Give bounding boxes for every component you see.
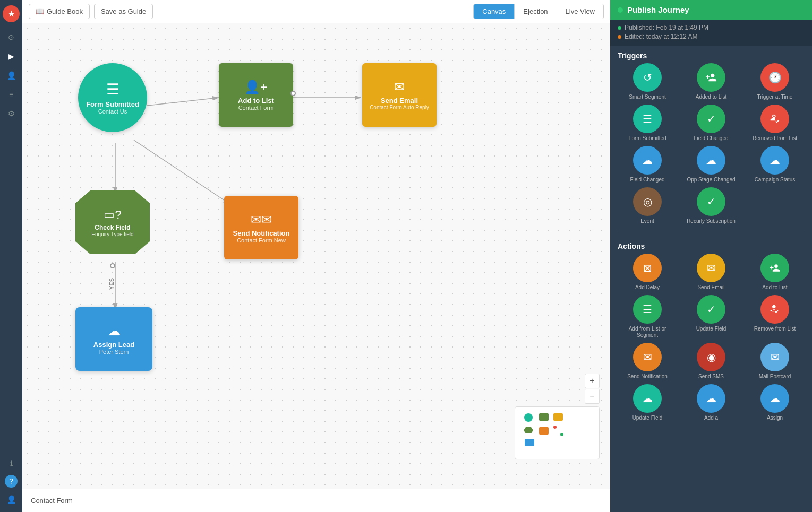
svg-rect-8 [553, 413, 563, 421]
add-to-list-icon: 👤+ [244, 80, 268, 94]
add-from-list-icon: ☰ [633, 295, 662, 324]
campaign-status-label: Campaign Status [755, 177, 796, 183]
trigger-field-changed-crm[interactable]: ☁ Field Changed [618, 146, 677, 183]
zoom-out-button[interactable]: − [585, 389, 600, 404]
nav-contacts[interactable]: 👤 [4, 68, 19, 83]
app-logo[interactable]: ★ [3, 5, 20, 22]
update-field-label: Update Field [696, 326, 726, 332]
action-remove-from-list[interactable]: Remove from List [745, 295, 805, 339]
tab-canvas[interactable]: Canvas [474, 4, 515, 19]
trigger-field-changed[interactable]: ✓ Field Changed [681, 105, 741, 142]
status-dot-edited [618, 35, 621, 39]
zoom-in-button[interactable]: + [585, 374, 600, 388]
node-send-notification[interactable]: ✉✉ Send Notification Contact Form New [224, 196, 298, 259]
nav-info[interactable]: ℹ [4, 456, 19, 471]
tab-ejection[interactable]: Ejection [515, 4, 557, 19]
conn-dot-check-field [110, 263, 115, 268]
mail-postcard-label: Mail Postcard [759, 374, 791, 380]
trigger-form-submitted[interactable]: ☰ Form Submitted [618, 105, 677, 142]
publish-dot [618, 7, 623, 13]
removed-from-list-label: Removed from List [753, 135, 797, 142]
tab-live-view[interactable]: Live View [557, 4, 603, 19]
publish-title[interactable]: Publish Journey [627, 5, 689, 14]
svg-point-13 [560, 433, 563, 436]
node-send-email[interactable]: ✉ Send Email Contact Form Auto Reply [362, 63, 437, 127]
main-content: 📖 Guide Book Save as Guide Canvas Ejecti… [22, 0, 610, 512]
trigger-added-to-list[interactable]: Added to List [681, 63, 741, 100]
nav-settings[interactable]: ⚙ [4, 106, 19, 121]
send-sms-label: Send SMS [698, 374, 724, 380]
trigger-recurly[interactable]: ✓ Recurly Subscription [681, 187, 741, 224]
action-add-a[interactable]: ☁ Add a [681, 384, 741, 421]
node-assign-lead[interactable]: ☁ Assign Lead Peter Stern [75, 307, 152, 371]
action-add-delay[interactable]: ⊠ Add Delay [618, 254, 677, 291]
view-tabs: Canvas Ejection Live View [473, 4, 604, 19]
nav-lists[interactable]: ≡ [4, 87, 19, 102]
svg-line-1 [147, 98, 219, 106]
svg-rect-7 [539, 413, 549, 421]
form-submitted-trig-label: Form Submitted [628, 135, 666, 142]
removed-from-list-icon [760, 105, 789, 133]
send-notification-action-icon: ✉ [633, 343, 662, 371]
zoom-controls: + − [585, 374, 600, 404]
campaign-status-icon: ☁ [760, 146, 789, 175]
mini-map [515, 406, 600, 459]
trigger-event[interactable]: ◎ Event [618, 187, 677, 224]
left-sidebar: ★ ⊙ ▶ 👤 ≡ ⚙ ℹ ? 👤 [0, 0, 22, 512]
mail-postcard-icon: ✉ [760, 343, 789, 371]
save-as-guide-button[interactable]: Save as Guide [94, 4, 153, 19]
trigger-removed-from-list[interactable]: Removed from List [745, 105, 805, 142]
opp-stage-icon: ☁ [697, 146, 725, 175]
added-to-list-label: Added to List [696, 94, 726, 100]
add-delay-label: Add Delay [635, 284, 660, 291]
action-add-to-list[interactable]: Add to List [745, 254, 805, 291]
action-send-email[interactable]: ✉ Send Email [681, 254, 741, 291]
action-assign[interactable]: ☁ Assign [745, 384, 805, 421]
nav-journey[interactable]: ▶ [4, 49, 19, 64]
check-field-icon: ▭? [104, 208, 121, 222]
add-to-list-action-icon [760, 254, 789, 282]
trigger-opp-stage[interactable]: ☁ Opp Stage Changed [681, 146, 741, 183]
trigger-at-time[interactable]: 🕐 Trigger at Time [745, 63, 805, 100]
trigger-smart-segment[interactable]: ↺ Smart Segment [618, 63, 677, 100]
action-send-notification[interactable]: ✉ Send Notification [618, 343, 677, 380]
node-add-to-list[interactable]: 👤+ Add to List Contact Form [219, 63, 293, 127]
canvas-area[interactable]: YES ☰ Form Submitted Contact Us 👤+ Add t… [22, 23, 610, 489]
trigger-at-time-icon: 🕐 [760, 63, 789, 92]
guide-book-button[interactable]: 📖 Guide Book [29, 4, 90, 19]
form-submitted-trig-icon: ☰ [633, 105, 662, 133]
node-form-submitted[interactable]: ☰ Form Submitted Contact Us [78, 63, 147, 132]
smart-segment-icon: ↺ [633, 63, 662, 92]
add-delay-icon: ⊠ [633, 254, 662, 282]
trigger-at-time-label: Trigger at Time [757, 94, 793, 100]
recurly-label: Recurly Subscription [687, 218, 736, 224]
svg-marker-9 [524, 427, 533, 433]
publish-header: Publish Journey [610, 0, 812, 20]
update-field-icon: ✓ [697, 295, 725, 324]
recurly-icon: ✓ [697, 187, 725, 216]
action-send-sms[interactable]: ◉ Send SMS [681, 343, 741, 380]
nav-user[interactable]: 👤 [4, 492, 19, 507]
update-field-crm-label: Update Field [632, 415, 663, 421]
send-notification-icon: ✉✉ [251, 212, 272, 227]
remove-from-list-action-icon [760, 295, 789, 324]
book-icon: 📖 [36, 7, 44, 15]
nav-help[interactable]: ? [5, 475, 18, 488]
triggers-title: Triggers [610, 46, 812, 63]
field-changed-icon: ✓ [697, 105, 725, 133]
nav-dashboard[interactable]: ⊙ [4, 30, 19, 45]
event-icon: ◎ [633, 187, 662, 216]
action-update-field[interactable]: ✓ Update Field [681, 295, 741, 339]
send-email-action-label: Send Email [697, 284, 724, 291]
mini-map-svg [515, 407, 600, 459]
yes-label: YES [108, 278, 115, 290]
svg-rect-10 [539, 427, 549, 435]
action-update-field-crm[interactable]: ☁ Update Field [618, 384, 677, 421]
node-check-field[interactable]: ▭? Check Field Enquiry Type field [75, 190, 150, 254]
action-add-from-list[interactable]: ☰ Add from List or Segment [618, 295, 677, 339]
action-mail-postcard[interactable]: ✉ Mail Postcard [745, 343, 805, 380]
bottom-bar: Contact Form [22, 489, 610, 512]
conn-dot-add-to-list [290, 91, 296, 96]
trigger-campaign-status[interactable]: ☁ Campaign Status [745, 146, 805, 183]
triggers-grid: ↺ Smart Segment Added to List 🕐 Trigger … [610, 63, 812, 230]
